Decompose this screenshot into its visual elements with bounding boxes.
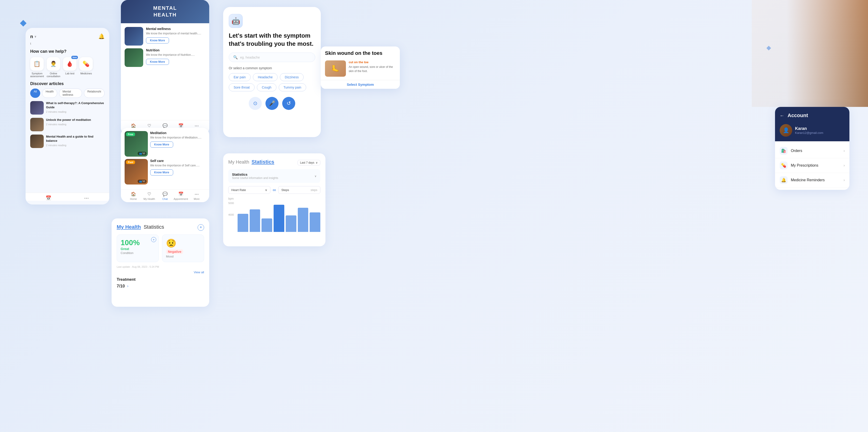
home-nav-more-icon[interactable]: ⋯ xyxy=(67,195,105,201)
nav2-appointment-item[interactable]: 📅 Appointment xyxy=(173,191,189,200)
view-all-link[interactable]: View all xyxy=(194,271,204,274)
help-consultation-item[interactable]: 👨‍⚕️ Onlineconsultation xyxy=(47,57,60,78)
statistics-info-box[interactable]: Statistics Some Useful information and i… xyxy=(228,169,320,183)
condition-label: Condition xyxy=(121,251,155,255)
nutrition-desc: We know the importance of Nutrition..... xyxy=(146,53,206,57)
symptom-chip-ear-pain[interactable]: Ear pain xyxy=(229,73,251,81)
help-symptom-item[interactable]: 📋 Symptomassessment xyxy=(30,57,44,78)
nav2-home-item[interactable]: 🏠 Home xyxy=(126,191,141,200)
chart-bar-1 xyxy=(238,214,248,232)
article-item-2[interactable]: Unlock the power of meditation 2 minutes… xyxy=(30,118,104,131)
nav2-chat-label: Chat xyxy=(162,197,167,200)
mic-action-button[interactable]: 🎤 xyxy=(266,97,278,110)
filter-tab-relationship[interactable]: Relationshi xyxy=(84,89,104,98)
search-icon: 🔍 xyxy=(233,55,238,60)
consultation-icon-circle: 👨‍⚕️ xyxy=(47,57,60,71)
stats-right-header: My Health Statistics Last 7 days ∨ xyxy=(228,159,320,165)
greeting-text: n xyxy=(30,34,33,39)
mental-health-header: MENTALHEALTH xyxy=(121,0,209,23)
prescriptions-menu-item[interactable]: 💊 My Prescriptions › xyxy=(775,158,849,173)
medicines-label: Medicines xyxy=(81,72,92,75)
mental-wellness-know-more-button[interactable]: Know More xyxy=(146,37,169,43)
meditation-know-more-button[interactable]: Know More xyxy=(150,142,173,148)
chart-container: 5000 4000 xyxy=(228,202,320,232)
selfcare-body: Self care We know the importance of Self… xyxy=(150,159,206,185)
reminders-arrow-icon: › xyxy=(844,178,845,182)
select-symptom-button[interactable]: Select Symptom xyxy=(321,80,400,89)
mental-wellness-desc: We know the importance of mental health.… xyxy=(146,32,206,36)
filter-tab-all[interactable]: All xyxy=(30,89,40,98)
orders-arrow-icon: › xyxy=(844,149,845,153)
selfcare-thumb: Paid 👥 50 xyxy=(125,159,148,185)
article-item-1[interactable]: What is self-therapy?: A Comprehensive G… xyxy=(30,101,104,115)
article-info-3: Mental Health and a guide to find balanc… xyxy=(46,134,104,147)
greeting-row: n ∨ xyxy=(30,34,36,39)
help-labtest-item[interactable]: 🩸 New Lab test xyxy=(63,57,76,78)
symptom-chips-container: Ear pain Headache Dizziness Sore throat … xyxy=(229,73,315,91)
article-item-3[interactable]: Mental Health and a guide to find balanc… xyxy=(30,134,104,148)
my-health-link[interactable]: My Health xyxy=(117,224,141,230)
prescriptions-icon: 💊 xyxy=(780,161,787,169)
skin-wound-info: cut on the toe An open wound, sore or ul… xyxy=(349,60,396,73)
home-nav-calendar-icon[interactable]: 📅 xyxy=(29,195,67,201)
nav2-chat-item[interactable]: 💬 Chat xyxy=(157,191,173,200)
account-username: Karan xyxy=(795,126,824,131)
group-card-selfcare: Paid 👥 50 Self care We know the importan… xyxy=(125,159,206,185)
symptom-chip-dizziness[interactable]: Dizziness xyxy=(280,73,304,81)
labtest-label: Lab test xyxy=(65,72,74,75)
article-meta-3: 2 minutes reading xyxy=(46,144,104,147)
refresh-action-button[interactable]: ↺ xyxy=(282,97,295,110)
skin-image-row: 🦶 cut on the toe An open wound, sore or … xyxy=(321,60,400,80)
skin-wound-panel: Skin wound on the toes 🦶 cut on the toe … xyxy=(321,47,400,89)
heart-rate-selector[interactable]: Heart Rate ∨ xyxy=(228,186,270,194)
orders-menu-item[interactable]: 🛍️ Orders › xyxy=(775,144,849,158)
chart-bar-4 xyxy=(274,205,284,232)
prescriptions-label: My Prescriptions xyxy=(791,163,840,167)
nav2-myhealth-label: My Health xyxy=(144,197,155,200)
article-thumb-2 xyxy=(30,118,44,131)
symptom-select-label: Or select a common symptom xyxy=(229,66,315,70)
help-medicines-item[interactable]: 💊 Medicines xyxy=(79,57,93,78)
treatment-chevron-right-icon[interactable]: › xyxy=(127,284,128,288)
symptom-label: Symptomassessment xyxy=(30,72,44,78)
nav-more-icon: ⋯ xyxy=(194,123,199,128)
condition-add-icon[interactable]: + xyxy=(151,237,156,242)
add-stats-button[interactable]: + xyxy=(197,224,204,231)
statistics-title-right[interactable]: Statistics xyxy=(251,159,274,165)
health-stats-right-panel: My Health Statistics Last 7 days ∨ Stati… xyxy=(223,153,326,246)
free-badge: Free xyxy=(126,132,135,136)
notification-bell-icon[interactable]: 🔔 xyxy=(98,33,104,39)
nutrition-know-more-button[interactable]: Know More xyxy=(146,59,169,65)
prescriptions-arrow-icon: › xyxy=(844,163,845,167)
chart-y-5000: 5000 xyxy=(228,202,234,205)
filter-tab-mental-wellness[interactable]: Mental wellness xyxy=(59,89,82,98)
chevron-down-icon[interactable]: ∨ xyxy=(34,35,36,38)
selfcare-know-more-button[interactable]: Know More xyxy=(150,169,173,176)
wellness-chat-panel: MENTALHEALTH Mental wellness We know the… xyxy=(121,0,209,135)
steps-selector[interactable]: Steps steps xyxy=(278,186,320,194)
mental-health-title: MENTALHEALTH xyxy=(153,5,177,18)
nav2-more-item[interactable]: ⋯ More xyxy=(189,191,205,200)
chart-bar-6 xyxy=(298,208,308,232)
symptom-chip-cough[interactable]: Cough xyxy=(257,84,276,91)
nutrition-thumb xyxy=(125,48,143,67)
scan-action-button[interactable]: ⊙ xyxy=(249,97,262,110)
account-back-button[interactable]: ← xyxy=(780,113,784,118)
nav-appointment-icon: 📅 xyxy=(178,123,183,128)
nav-myhealth-icon: ♡ xyxy=(147,123,151,128)
chart-bars-row xyxy=(238,202,320,232)
help-section-title: How can we help? xyxy=(30,49,104,54)
symptom-chip-headache[interactable]: Headache xyxy=(253,73,278,81)
filter-tab-health[interactable]: Health xyxy=(42,89,57,98)
mood-label: Mood xyxy=(166,255,200,258)
date-range-label: Last 7 days xyxy=(300,161,314,164)
reminders-menu-item[interactable]: 🔔 Medicine Reminders › xyxy=(775,173,849,188)
account-header: ← Account xyxy=(775,107,849,124)
symptom-chip-sore-throat[interactable]: Sore throat xyxy=(229,84,254,91)
symptom-search-bar[interactable]: 🔍 eg. headache xyxy=(229,53,315,62)
nav2-myhealth-item[interactable]: ♡ My Health xyxy=(141,191,157,200)
my-health-label-right: My Health xyxy=(228,159,249,165)
date-range-picker[interactable]: Last 7 days ∨ xyxy=(298,160,320,165)
symptom-chip-tummy-pain[interactable]: Tummy pain xyxy=(279,84,306,91)
infinity-icon: ∞ xyxy=(273,187,276,193)
